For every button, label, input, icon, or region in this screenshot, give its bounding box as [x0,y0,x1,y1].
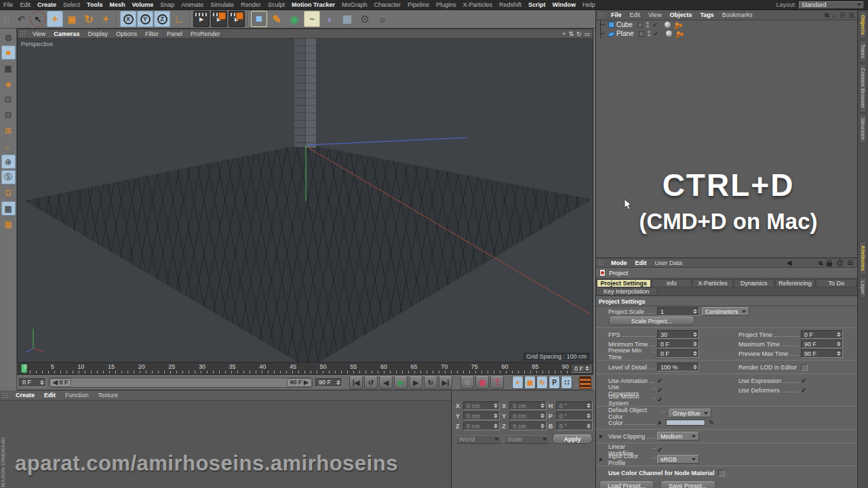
use-expression-check-icon[interactable]: ✓ [801,377,806,384]
panel-tab[interactable]: Structure [859,114,867,144]
viewport-canvas[interactable]: Perspective Grid Spacing : 100 cm [18,39,593,362]
object-manager-menu-item[interactable]: Tags [696,12,717,18]
layer-toggle-icon[interactable] [637,22,643,28]
drag-handle-icon[interactable] [2,392,8,399]
menu-item[interactable]: Animate [178,0,207,10]
phong-tag-icon[interactable] [665,22,671,28]
render-button[interactable]: ▶ [211,11,227,27]
object-manager-menu-item[interactable]: Bookmarks [718,12,757,18]
attribute-menu-item[interactable]: User Data [651,260,687,266]
create-object-button[interactable]: ▦ [339,11,355,27]
spinner-icon[interactable] [693,309,697,314]
menu-item[interactable]: Motion Tracker [288,0,338,10]
record-button[interactable]: ◉ [475,376,489,389]
menu-item[interactable]: Sculpt [264,0,288,10]
object-name[interactable]: Plane [616,30,634,37]
drag-handle-icon[interactable] [598,260,604,266]
create-object-button[interactable]: ✎ [269,11,285,27]
transport-button[interactable]: |◀ [349,376,363,389]
mode-button[interactable]: ▦ [1,217,16,231]
menu-item[interactable]: Window [549,0,579,10]
linear-workflow-check-icon[interactable]: ✓ [657,446,663,453]
spinner-icon[interactable] [693,351,697,356]
menu-item[interactable]: Create [34,0,60,10]
attribute-tab[interactable]: Info [652,279,692,287]
history-icon[interactable]: @ [836,259,843,266]
maximum-time-field[interactable]: 90 F [801,340,843,348]
keying-button[interactable]: ▣ [524,376,536,389]
attribute-menu-item[interactable]: Mode [607,260,631,266]
mode-button[interactable]: Ⓢ [1,170,16,184]
rotation-h-field[interactable]: 0 ° [556,401,593,410]
menu-item[interactable]: Help [579,0,599,10]
render-button[interactable]: ▶ [229,11,245,27]
search-icon[interactable] [825,13,829,17]
spinner-icon[interactable] [587,424,591,428]
scale-z-field[interactable]: 0 cm [509,422,546,430]
material-menu-item[interactable]: Edit [39,392,60,399]
spinner-icon[interactable] [693,332,697,337]
panel-tab[interactable]: Layer [859,277,867,298]
object-manager-menu-item[interactable]: File [607,12,626,18]
use-animation-check-icon[interactable]: ✓ [657,377,663,384]
preview-max-field[interactable]: 90 F [801,349,843,358]
menu-item[interactable]: Select [60,0,83,10]
axis-lock-button[interactable]: Y [137,11,153,27]
mode-button[interactable]: ∟ [1,139,16,153]
dock-icon[interactable]: ⊞ [848,259,853,266]
spinner-icon[interactable] [540,413,545,418]
create-object-button[interactable]: ~ [304,11,320,27]
minimum-time-field[interactable]: 0 F [657,340,699,348]
create-object-button[interactable]: ☼ [374,11,391,27]
save-preset-button[interactable]: Save Preset... [660,481,716,488]
lock-icon[interactable] [827,262,832,266]
transport-button[interactable]: ▶ [394,376,408,389]
visibility-dots-icon[interactable] [648,30,650,37]
coordinate-mode-dropdown[interactable]: World [456,435,502,444]
expand-arrow-icon[interactable] [658,421,662,425]
spinner-icon[interactable] [540,424,545,428]
menu-item[interactable]: Plugins [433,0,460,10]
default-color-dropdown[interactable]: Gray-Blue [669,409,711,418]
use-generators-check-icon[interactable]: ✓ [657,386,663,394]
preview-range-slider[interactable]: ◀ 0 F 90 F ▶ [49,378,313,388]
menu-item[interactable]: Character [370,0,404,10]
visibility-dots-icon[interactable] [646,22,649,28]
section-header[interactable]: Project Settings [596,298,857,306]
spinner-icon[interactable] [587,413,591,418]
panel-tab[interactable]: Content Browser [859,64,867,113]
menu-item[interactable]: MoGraph [338,0,371,10]
scale-project-button[interactable]: Scale Project... [608,317,695,325]
tool-button[interactable]: + [98,11,114,27]
viewport-menu-item[interactable]: Panel [163,30,186,37]
range-end-grip[interactable]: 90 F ▶ [287,378,312,387]
viewport-menu-item[interactable]: Filter [141,30,163,37]
dock-icon[interactable]: ⊞ [849,12,854,19]
panel-tab[interactable]: Objects [859,11,867,39]
spinner-icon[interactable] [587,403,591,408]
position-y-field[interactable]: 0 cm [463,411,500,420]
axis-lock-button[interactable]: X [120,11,136,27]
keying-button[interactable]: + [512,376,524,389]
material-menu-item[interactable]: Function [60,392,94,399]
minimize-icon[interactable]: ⊟ [840,12,845,19]
color-swatch[interactable] [666,420,705,426]
render-button[interactable]: ▶ [193,11,210,27]
transport-button[interactable]: ↻ [424,376,437,389]
material-menu-item[interactable]: Texture [94,392,123,399]
material-tag-icon[interactable] [675,22,679,26]
attribute-tab[interactable]: Dynamics [734,279,774,287]
object-manager-menu-item[interactable]: View [644,12,665,18]
project-scale-field[interactable]: 1 [657,307,699,316]
rotation-b-field[interactable]: 0 ° [556,422,593,430]
expand-arrow-icon[interactable] [599,434,603,439]
menu-item[interactable]: Pipeline [404,0,433,10]
record-button[interactable]: ? [490,376,504,389]
material-menu-item[interactable]: Create [11,392,39,399]
mode-button[interactable]: ⊕ [1,155,16,169]
transport-button[interactable]: ↺ [364,376,378,389]
mode-button[interactable]: ⊟ [1,108,16,122]
scale-x-field[interactable]: 0 cm [509,401,546,410]
node-material-checkbox[interactable] [718,470,725,476]
spinner-icon[interactable] [585,366,589,371]
